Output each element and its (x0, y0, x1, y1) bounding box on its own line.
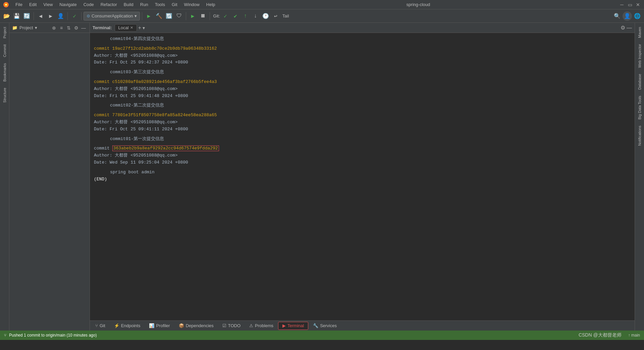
build-button[interactable]: 🔨 (154, 11, 164, 21)
sidebar-tab-project[interactable]: Project (1, 24, 8, 41)
status-bar: ⑂ Pushed 1 commit to origin/main (10 min… (0, 331, 644, 340)
git-green-button[interactable]: ✓ (70, 11, 79, 21)
sidebar-tab-big-data-tools[interactable]: Big Data Tools (636, 93, 643, 122)
commit4-hash-line: commit 77801e3f51f8507758e8fa85a824ee58e… (94, 112, 631, 119)
run-config-dropdown-icon: ▾ (135, 13, 137, 18)
profiler-tab-label: Profiler (156, 323, 170, 328)
menu-tools[interactable]: Tools (152, 1, 168, 8)
menu-file[interactable]: File (13, 1, 25, 8)
menu-build[interactable]: Build (121, 1, 136, 8)
sidebar-tab-structure[interactable]: Structure (1, 85, 8, 105)
commit2-hash-line: commit 19ac27f12cd2abb8c70ce2b9db79a0634… (94, 45, 631, 52)
git-push[interactable]: ↑ (241, 11, 250, 21)
menu-refactor[interactable]: Refactor (98, 1, 120, 8)
main-branch-label: ↑ main (628, 333, 640, 338)
close-button[interactable]: ✕ (635, 1, 641, 8)
menu-window[interactable]: Window (181, 1, 202, 8)
settings-button[interactable]: 🌐 (633, 11, 642, 21)
stop-button[interactable]: ⏹ (198, 11, 208, 21)
toolbar-separator-5 (186, 12, 186, 20)
terminal-close-panel-icon[interactable]: — (627, 25, 632, 31)
sidebar-tab-maven[interactable]: Maven (636, 24, 643, 41)
sidebar-tab-commit[interactable]: Commit (1, 42, 8, 60)
bottom-tab-problems[interactable]: ⚠ Problems (245, 322, 277, 330)
endpoints-tab-label: Endpoints (121, 323, 141, 328)
commit2-msg: commit03-第三次提交信息 (94, 69, 631, 76)
menu-git[interactable]: Git (169, 1, 180, 8)
coverage-button[interactable]: 🛡 (174, 11, 184, 21)
bottom-tab-terminal[interactable]: ▶ Terminal (278, 322, 308, 330)
todo-tab-label: TODO (228, 323, 240, 328)
menu-edit[interactable]: Edit (26, 1, 39, 8)
run-configuration[interactable]: ⚙ ConsumerApplication ▾ (84, 12, 140, 20)
toolbar-separator-4 (142, 12, 142, 20)
services-tab-icon: 🔧 (313, 323, 318, 328)
open-button[interactable]: 📂 (2, 11, 11, 21)
profile-button[interactable]: 👤 (623, 11, 632, 21)
status-git-icon: ⑂ (4, 333, 6, 338)
toolbar-separator-3 (81, 12, 82, 20)
project-minimize-icon[interactable]: — (80, 25, 87, 31)
problems-tab-label: Problems (255, 323, 273, 328)
menu-code[interactable]: Code (81, 1, 97, 8)
sidebar-tab-web-inspector[interactable]: Web Inspector (636, 41, 643, 71)
git-history[interactable]: 🕐 (261, 11, 270, 21)
bottom-tab-endpoints[interactable]: ⚡ Endpoints (110, 322, 145, 330)
toolbar-separator-6 (210, 12, 210, 20)
main-layout: Project Commit Bookmarks Structure 📁 Pro… (0, 23, 644, 331)
project-locate-icon[interactable]: ⊕ (51, 25, 57, 31)
git-revert[interactable]: ↩ (271, 11, 280, 21)
forward-button[interactable]: ▶ (46, 11, 55, 21)
sidebar-tab-bookmarks[interactable]: Bookmarks (1, 60, 8, 84)
commit2-hash: commit 19ac27f12cd2abb8c70ce2b9db79a0634… (94, 46, 217, 51)
debug-run-button[interactable]: ▶ (188, 11, 198, 21)
project-panel: 📁 Project ▾ ⊕ ≡ ⇅ ⚙ — (9, 23, 90, 331)
commit3-date-line: Date: Fri Oct 25 09:41:48 2024 +0800 (94, 93, 631, 100)
git-check1[interactable]: ✓ (221, 11, 230, 21)
menu-navigate[interactable]: Navigate (57, 1, 79, 8)
reload-button[interactable]: 🔃 (164, 11, 174, 21)
terminal-tab-close-icon[interactable]: ✕ (130, 26, 133, 30)
end-marker: (END) (94, 176, 631, 183)
user-button[interactable]: 👤 (56, 11, 65, 21)
project-settings-icon[interactable]: ⚙ (73, 25, 79, 31)
git-label: Git: (213, 13, 220, 18)
terminal-output[interactable]: commit04-第四次提交信息 commit 19ac27f12cd2abb8… (90, 33, 635, 320)
project-expand-icon[interactable]: ⇅ (65, 25, 72, 31)
minimize-button[interactable]: ─ (619, 1, 625, 8)
sidebar-tab-database[interactable]: Database (636, 71, 643, 92)
terminal-tabs-bar: Terminal: Local ✕ + ▾ ⚙ — (90, 23, 635, 33)
bottom-tab-git[interactable]: ⑂ Git (91, 322, 109, 330)
terminal-tab-add-button[interactable]: + (138, 25, 141, 31)
endpoints-tab-icon: ⚡ (114, 323, 119, 328)
run-button[interactable]: ▶ (144, 11, 154, 21)
sync-button[interactable]: 🔄 (22, 11, 32, 21)
commit5-hash-prefix-text: commit (94, 146, 112, 151)
git-check2[interactable]: ✔ (231, 11, 240, 21)
sidebar-tab-notifications[interactable]: Notifications (636, 123, 643, 148)
search-button[interactable]: 🔍 (612, 11, 622, 21)
commit5-hash-line: commit 363abeb2b9a8eaf9292a2cc94d67574e9… (94, 145, 631, 152)
terminal-settings-icon[interactable]: ⚙ (621, 25, 625, 31)
terminal-tab-local[interactable]: Local ✕ (115, 24, 137, 32)
terminal-tab-dropdown-icon[interactable]: ▾ (143, 25, 145, 31)
project-dropdown-icon[interactable]: ▾ (35, 25, 37, 30)
toolbar: 📂 💾 🔄 ◀ ▶ 👤 ✓ ⚙ ConsumerApplication ▾ ▶ … (0, 9, 644, 23)
bottom-tab-profiler[interactable]: 📊 Profiler (145, 322, 174, 330)
menu-run[interactable]: Run (138, 1, 151, 8)
toolbar-separator-1 (34, 12, 34, 20)
back-button[interactable]: ◀ (36, 11, 45, 21)
maximize-button[interactable]: ▭ (627, 1, 633, 8)
commit4-date-line: Date: Fri Oct 25 09:41:11 2024 +0800 (94, 126, 631, 133)
bottom-tab-services[interactable]: 🔧 Services (309, 322, 341, 330)
svg-point-2 (5, 4, 7, 5)
commit1-msg: commit04-第四次提交信息 (94, 36, 631, 43)
project-collapse-icon[interactable]: ≡ (58, 25, 65, 31)
bottom-tab-dependencies[interactable]: 📦 Dependencies (175, 322, 218, 330)
git-pull[interactable]: ↓ (251, 11, 260, 21)
menu-view[interactable]: View (41, 1, 55, 8)
window-controls: ─ ▭ ✕ (619, 1, 641, 8)
bottom-tab-todo[interactable]: ☑ TODO (218, 322, 245, 330)
menu-help[interactable]: Help (204, 1, 218, 8)
save-button[interactable]: 💾 (12, 11, 21, 21)
